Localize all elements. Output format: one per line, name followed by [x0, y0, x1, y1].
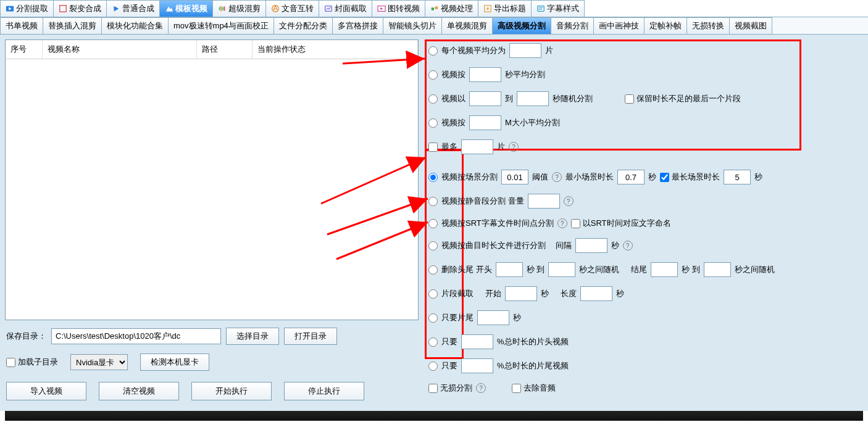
svg-rect-11 — [435, 7, 438, 9]
save-dir-label: 保存目录： — [6, 331, 46, 342]
tab-label: 普通合成 — [122, 3, 154, 14]
start-button[interactable]: 开始执行 — [191, 382, 272, 400]
subtab-audio-split[interactable]: 音频分割 — [551, 17, 594, 34]
sub-tab-strip: 书单视频 替换插入混剪 模块化功能合集 mov极速转mp4与画面校正 文件分配分… — [0, 17, 868, 35]
opt-size-mb[interactable]: 视频按 M大小平均分割 — [428, 115, 775, 130]
svg-rect-5 — [224, 7, 225, 11]
svg-rect-13 — [538, 6, 545, 12]
head-to-input[interactable] — [548, 262, 575, 277]
main-area: 序号 视频名称 路径 当前操作状态 保存目录： 选择目录 打开目录 加载子目录 … — [0, 35, 868, 411]
subtab-smart-slice[interactable]: 智能镜头切片 — [383, 17, 442, 34]
import-button[interactable]: 导入视频 — [6, 382, 86, 400]
seg-start-input[interactable] — [505, 286, 537, 301]
detect-gpu-button[interactable]: 检测本机显卡 — [140, 354, 209, 371]
opt-track-split[interactable]: 视频按曲目时长文件进行分割 间隔 秒 ? — [428, 238, 775, 253]
min-scene-input[interactable] — [617, 170, 645, 184]
subtab-frame-interp[interactable]: 定帧补帧 — [644, 17, 687, 34]
subtab-advanced-split[interactable]: 高级视频分割 — [492, 17, 551, 34]
max-pieces-input[interactable] — [461, 139, 493, 154]
clear-button[interactable]: 清空视频 — [99, 382, 179, 400]
tab-export-title[interactable]: 导出标题 — [478, 0, 532, 17]
col-status: 当前操作状态 — [252, 40, 418, 59]
tab-label: 封面截取 — [335, 3, 367, 14]
tab-split-extract[interactable]: 分割提取 — [0, 0, 54, 17]
subtab-replace-insert[interactable]: 替换插入混剪 — [43, 17, 102, 34]
opt-only-tail[interactable]: 只要片尾 秒 — [428, 310, 775, 325]
tab-fission-compose[interactable]: 裂变合成 — [53, 0, 107, 17]
table-header: 序号 视频名称 路径 当前操作状态 — [6, 40, 418, 59]
browse-button[interactable]: 选择目录 — [226, 328, 279, 345]
svg-rect-2 — [219, 7, 220, 10]
save-dir-input[interactable] — [51, 328, 221, 344]
right-panel: 每个视频平均分为 片 视频按 秒平均分割 视频以 到 秒随机分割 保留时长不足的… — [425, 39, 863, 406]
tail-to-input[interactable] — [704, 262, 731, 277]
remove-audio-checkbox[interactable]: 去除音频 — [512, 383, 556, 394]
subtab-pip[interactable]: 画中画神技 — [593, 17, 645, 34]
lossless-checkbox[interactable]: 无损分割 — [428, 383, 472, 394]
opt-random-seconds[interactable]: 视频以 到 秒随机分割 保留时长不足的最后一个片段 — [428, 91, 775, 106]
opt-trim-head-tail[interactable]: 删除头尾 开头 秒 到 秒之间随机 结尾 秒 到 秒之间随机 — [428, 262, 775, 277]
rand-to-input[interactable] — [517, 91, 549, 106]
subtab-lossless-convert[interactable]: 无损转换 — [686, 17, 730, 34]
max-scene-input[interactable] — [724, 170, 751, 184]
head-from-input[interactable] — [496, 262, 523, 277]
tab-super-clip[interactable]: 超级混剪 — [212, 0, 266, 17]
mb-input[interactable] — [469, 115, 501, 130]
info-icon[interactable]: ? — [557, 218, 567, 228]
info-icon[interactable]: ? — [552, 172, 562, 182]
tail-from-input[interactable] — [651, 262, 678, 277]
opt-srt-split[interactable]: 视频按SRT字幕文件时间点分割 ? 以SRT时间对应文字命名 — [428, 218, 775, 229]
opt-avg-seconds[interactable]: 视频按 秒平均分割 — [428, 67, 775, 82]
opt-segment-cut[interactable]: 片段截取 开始 秒 长度 秒 — [428, 286, 775, 301]
tab-video-process[interactable]: 视频处理 — [425, 0, 478, 17]
head-pct-input[interactable] — [461, 334, 493, 349]
tab-text-audio[interactable]: A文音互转 — [265, 0, 319, 17]
subtab-single-mix[interactable]: 单视频混剪 — [441, 17, 493, 34]
interval-input[interactable] — [575, 238, 607, 253]
max-scene-checkbox[interactable]: 最长场景时长 — [660, 172, 720, 183]
tab-normal-compose[interactable]: 普通合成 — [106, 0, 160, 17]
subtab-book-video[interactable]: 书单视频 — [0, 17, 43, 34]
tab-label: 图转视频 — [388, 3, 420, 14]
subtab-grid-stitch[interactable]: 多宫格拼接 — [332, 17, 383, 34]
rand-from-input[interactable] — [469, 91, 501, 106]
info-icon[interactable]: ? — [564, 196, 574, 206]
opt-silence-split[interactable]: 视频按静音段分割 音量 ? — [428, 194, 775, 209]
opt-only-head-percent[interactable]: 只要 %总时长的片头视频 — [428, 334, 775, 349]
gpu-select[interactable]: Nvidia显卡 — [70, 354, 128, 370]
tab-label: 导出标题 — [494, 3, 526, 14]
opt-avg-pieces[interactable]: 每个视频平均分为 片 — [428, 43, 775, 58]
opt-scene-split[interactable]: 视频按场景分割 阈值 ? 最小场景时长 秒 最长场景时长 秒 — [428, 170, 775, 184]
tail-pct-input[interactable] — [461, 358, 493, 373]
srt-naming-checkbox[interactable]: 以SRT时间对应文字命名 — [571, 218, 671, 229]
open-dir-button[interactable]: 打开目录 — [284, 328, 337, 345]
seg-len-input[interactable] — [580, 286, 612, 301]
opt-only-tail-percent[interactable]: 只要 %总时长的片尾视频 — [428, 358, 775, 373]
load-subdir-checkbox[interactable]: 加载子目录 — [6, 357, 58, 368]
subtab-mov-mp4[interactable]: mov极速转mp4与画面校正 — [168, 17, 274, 34]
tab-template-video[interactable]: 模板视频 — [159, 0, 213, 17]
opt-max-pieces[interactable]: 最多 片 ? — [428, 139, 775, 154]
volume-input[interactable] — [528, 194, 560, 209]
keep-last-piece-checkbox[interactable]: 保留时长不足的最后一个片段 — [625, 93, 741, 104]
subtab-module-collection[interactable]: 模块化功能合集 — [101, 17, 169, 34]
info-icon[interactable]: ? — [476, 383, 486, 393]
scene-threshold-input[interactable] — [501, 170, 528, 184]
save-dir-row: 保存目录： 选择目录 打开目录 — [5, 325, 419, 347]
info-icon[interactable]: ? — [509, 142, 519, 152]
subtab-file-classify[interactable]: 文件分配分类 — [273, 17, 333, 34]
subtab-screenshot[interactable]: 视频截图 — [729, 17, 772, 34]
info-icon[interactable]: ? — [623, 241, 633, 250]
col-path: 路径 — [197, 40, 252, 59]
tab-image-to-video[interactable]: 图转视频 — [372, 0, 425, 17]
stop-button[interactable]: 停止执行 — [284, 382, 364, 400]
tab-label: 超级混剪 — [228, 3, 261, 14]
tab-cover-crop[interactable]: 封面截取 — [319, 0, 372, 17]
video-table[interactable]: 序号 视频名称 路径 当前操作状态 — [5, 39, 419, 320]
svg-text:A: A — [273, 4, 278, 12]
avg-sec-input[interactable] — [469, 67, 501, 82]
only-tail-input[interactable] — [477, 310, 509, 325]
avg-pieces-input[interactable] — [509, 43, 541, 58]
tab-label: 裂变合成 — [69, 3, 101, 14]
tab-subtitle-style[interactable]: 字幕样式 — [531, 0, 585, 17]
